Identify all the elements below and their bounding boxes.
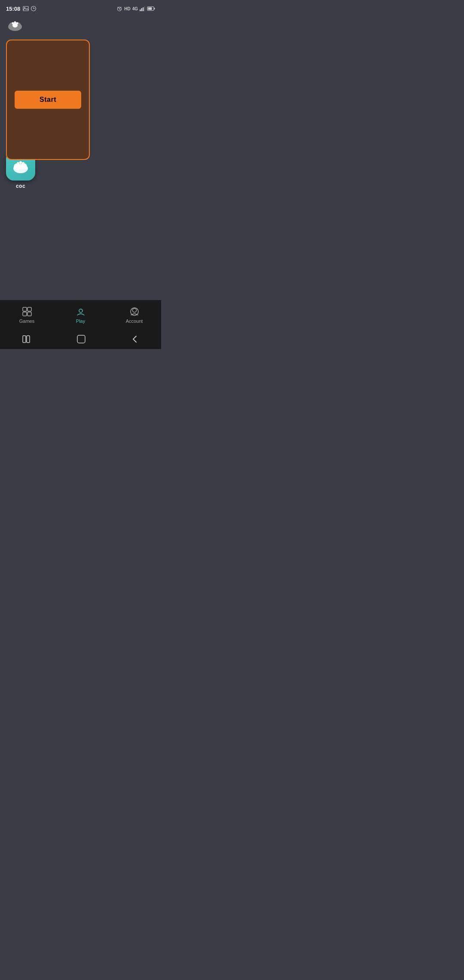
header-paw-cloud-icon — [6, 18, 24, 33]
hd-badge: HD — [124, 6, 130, 11]
svg-rect-29 — [23, 307, 27, 311]
svg-line-5 — [119, 9, 120, 9]
nav-item-play[interactable]: Play — [54, 306, 107, 324]
svg-rect-32 — [27, 312, 31, 316]
status-right: HD 4G — [116, 6, 155, 12]
play-nav-label: Play — [76, 318, 85, 324]
battery-icon — [147, 6, 155, 11]
svg-rect-8 — [140, 9, 141, 11]
svg-point-34 — [132, 308, 136, 312]
account-icon — [129, 306, 140, 317]
svg-rect-13 — [148, 7, 152, 10]
svg-rect-38 — [27, 336, 30, 343]
alarm-icon — [116, 6, 122, 12]
svg-rect-39 — [77, 335, 85, 343]
svg-rect-0 — [23, 6, 28, 11]
nav-item-games[interactable]: Games — [0, 306, 54, 324]
account-nav-label: Account — [126, 318, 143, 324]
coc-paw-cloud-icon — [11, 157, 30, 175]
status-left-icons — [23, 6, 37, 12]
svg-point-36 — [131, 308, 138, 315]
status-left: 15:08 — [6, 6, 37, 12]
4g-icon: 4G — [132, 6, 138, 11]
start-button[interactable]: Start — [15, 91, 81, 109]
image-icon — [23, 6, 29, 12]
svg-rect-9 — [141, 8, 143, 11]
game-card: Start — [6, 40, 90, 160]
svg-point-33 — [79, 309, 82, 312]
svg-point-19 — [14, 21, 16, 24]
svg-rect-37 — [23, 336, 26, 343]
svg-rect-10 — [143, 7, 144, 11]
system-nav-bar — [0, 331, 161, 349]
svg-point-25 — [17, 162, 19, 165]
time-display: 15:08 — [6, 6, 20, 12]
svg-rect-14 — [154, 8, 155, 9]
games-icon — [21, 306, 33, 317]
app-label: coc — [16, 183, 25, 189]
signal-icon — [140, 6, 146, 11]
svg-rect-11 — [144, 6, 146, 11]
svg-point-27 — [22, 162, 24, 165]
svg-point-26 — [19, 161, 22, 164]
nav-item-account[interactable]: Account — [107, 306, 161, 324]
svg-point-28 — [18, 164, 24, 169]
status-bar: 15:08 HD 4G — [0, 0, 161, 15]
recent-apps-button[interactable] — [22, 335, 32, 345]
history-icon — [31, 6, 37, 12]
main-content: Start coc — [0, 35, 161, 300]
svg-point-21 — [12, 23, 18, 28]
games-nav-label: Games — [19, 318, 34, 324]
home-button[interactable] — [76, 334, 86, 346]
bottom-nav: Games Play Account — [0, 300, 161, 331]
svg-rect-31 — [23, 312, 27, 316]
play-icon — [75, 306, 86, 317]
svg-rect-30 — [27, 307, 31, 311]
app-header — [0, 15, 161, 35]
back-button[interactable] — [131, 335, 139, 345]
